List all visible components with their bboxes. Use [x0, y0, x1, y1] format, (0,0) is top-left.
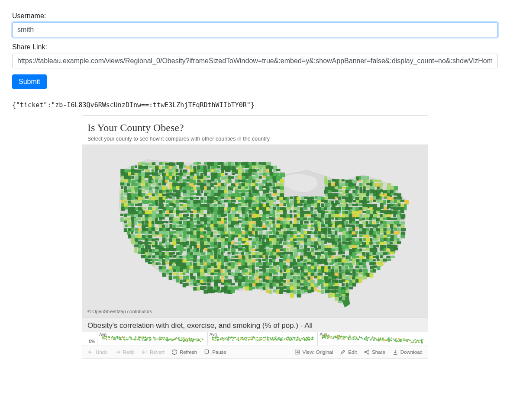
svg-rect-271 — [377, 180, 381, 182]
svg-rect-1624 — [203, 245, 207, 248]
svg-rect-1637 — [252, 245, 255, 248]
svg-rect-1038 — [286, 218, 291, 220]
svg-rect-527 — [131, 197, 134, 200]
svg-rect-78 — [131, 169, 135, 172]
svg-rect-1910 — [224, 259, 228, 262]
svg-rect-1722 — [293, 249, 296, 252]
refresh-icon — [171, 349, 178, 355]
svg-point-2959 — [374, 339, 375, 340]
refresh-button[interactable]: Refresh — [168, 346, 200, 359]
svg-rect-1748 — [387, 248, 390, 252]
svg-rect-2328 — [277, 283, 280, 286]
svg-rect-675 — [373, 199, 376, 202]
svg-rect-1160 — [165, 224, 168, 227]
svg-rect-341 — [148, 186, 152, 190]
svg-rect-223 — [155, 179, 158, 183]
svg-rect-210 — [359, 176, 362, 180]
svg-rect-1307 — [145, 231, 148, 234]
svg-rect-2213 — [225, 276, 229, 279]
svg-rect-803 — [269, 207, 273, 209]
download-label: Download — [400, 349, 423, 355]
svg-rect-2030 — [190, 266, 194, 269]
svg-point-2747 — [297, 337, 298, 338]
svg-rect-1320 — [190, 231, 193, 235]
svg-rect-1925 — [279, 259, 283, 262]
svg-point-2958 — [421, 339, 423, 340]
undo-button[interactable]: Undo — [84, 346, 111, 359]
svg-rect-425 — [228, 190, 232, 193]
svg-rect-1929 — [293, 259, 296, 262]
svg-rect-999 — [149, 217, 152, 221]
svg-point-2712 — [257, 340, 258, 341]
svg-point-2656 — [188, 338, 190, 340]
svg-rect-48 — [183, 165, 186, 167]
svg-rect-973 — [335, 214, 340, 217]
revert-button[interactable]: Revert — [138, 346, 168, 359]
pause-icon — [204, 349, 210, 355]
svg-rect-249 — [252, 180, 255, 183]
svg-rect-2221 — [258, 276, 262, 278]
svg-rect-1366 — [355, 231, 358, 234]
corr-plot-diet[interactable]: Avg — [97, 332, 207, 345]
svg-rect-22 — [228, 162, 231, 166]
share-button[interactable]: Share — [360, 346, 389, 359]
redo-button[interactable]: Redo — [111, 346, 139, 359]
svg-rect-173 — [158, 176, 161, 179]
svg-rect-1368 — [363, 231, 366, 234]
edit-button[interactable]: Edit — [336, 346, 360, 359]
svg-rect-1203 — [321, 224, 325, 227]
us-choropleth-map[interactable]: © OpenStreetMap contributors — [82, 144, 428, 317]
svg-rect-1198 — [303, 224, 307, 229]
svg-point-2652 — [162, 337, 164, 338]
svg-rect-1766 — [197, 252, 200, 256]
svg-rect-2084 — [169, 269, 173, 273]
svg-rect-1034 — [272, 218, 275, 220]
svg-rect-1286 — [349, 228, 352, 231]
svg-rect-1871 — [331, 255, 334, 258]
corr-plot-exercise[interactable]: Avg — [207, 332, 318, 345]
svg-rect-366 — [238, 186, 241, 189]
svg-point-2520 — [202, 339, 203, 340]
svg-rect-1023 — [235, 217, 238, 221]
svg-rect-1727 — [311, 248, 314, 252]
svg-rect-1472 — [194, 237, 197, 241]
svg-rect-262 — [342, 179, 345, 181]
svg-rect-1835 — [203, 255, 207, 259]
svg-point-3090 — [355, 336, 357, 337]
svg-rect-1104 — [238, 220, 242, 222]
svg-rect-2415 — [310, 289, 314, 292]
svg-rect-998 — [145, 217, 148, 221]
submit-button[interactable]: Submit — [12, 74, 47, 89]
svg-rect-1461 — [148, 238, 152, 241]
svg-rect-1909 — [221, 259, 224, 263]
svg-rect-1042 — [303, 218, 307, 220]
svg-rect-477 — [190, 193, 194, 196]
svg-rect-747 — [349, 203, 353, 205]
view-button[interactable]: View: Original — [291, 346, 337, 359]
svg-rect-858 — [193, 210, 197, 213]
corr-plot-smoking[interactable]: Avg — [317, 332, 428, 345]
correlation-scatter-plots[interactable]: 0% Avg Avg Avg — [82, 332, 428, 346]
svg-rect-1817 — [390, 251, 394, 254]
svg-rect-1188 — [266, 224, 271, 227]
svg-rect-121 — [128, 172, 132, 176]
svg-rect-1249 — [204, 228, 207, 230]
sharelink-input[interactable] — [12, 54, 498, 68]
svg-rect-1691 — [183, 249, 186, 251]
username-input[interactable] — [12, 22, 498, 37]
svg-rect-296 — [207, 183, 210, 186]
svg-rect-1002 — [159, 217, 162, 221]
download-button[interactable]: Download — [389, 346, 426, 359]
svg-rect-1244 — [186, 228, 189, 231]
svg-rect-1854 — [269, 256, 272, 258]
svg-rect-1651 — [304, 245, 307, 248]
svg-rect-2287 — [300, 279, 303, 282]
svg-rect-772 — [158, 206, 163, 208]
svg-rect-2375 — [287, 286, 290, 290]
svg-rect-2217 — [245, 276, 248, 279]
svg-point-2640 — [137, 339, 138, 340]
svg-rect-1151 — [128, 224, 131, 226]
svg-rect-1435 — [325, 234, 327, 238]
pause-button[interactable]: Pause — [200, 346, 230, 359]
svg-rect-285 — [169, 183, 172, 186]
